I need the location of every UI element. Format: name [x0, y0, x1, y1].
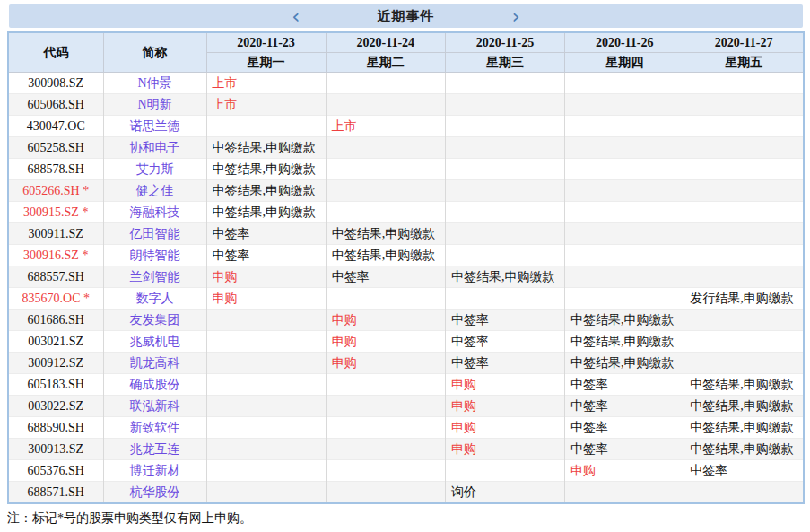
table-row: 300911.SZ亿田智能中签率中签结果,申购缴款	[8, 223, 804, 245]
stock-name-link[interactable]: N仲景	[103, 73, 206, 94]
event-cell	[445, 223, 564, 245]
event-cell: 中签率	[445, 353, 564, 374]
stock-name-link[interactable]: 联泓新科	[103, 396, 206, 417]
event-cell	[206, 116, 326, 137]
stock-name-link[interactable]: 海融科技	[103, 202, 206, 223]
event-cell	[326, 417, 445, 439]
event-cell	[684, 180, 804, 202]
event-cell: 申购	[445, 396, 564, 417]
event-cell	[684, 331, 804, 353]
table-row: 003022.SZ联泓新科申购中签率中签结果,申购缴款	[8, 396, 804, 417]
stock-code: 835670.OC *	[8, 288, 103, 310]
column-header-weekday: 星期四	[565, 53, 684, 73]
event-cell	[684, 137, 804, 159]
stock-name-link[interactable]: 兆威机电	[103, 331, 206, 353]
event-cell	[445, 94, 564, 116]
stock-code: 605266.SH *	[8, 180, 103, 202]
event-cell	[684, 266, 804, 288]
stock-name-link[interactable]: 博迁新材	[103, 460, 206, 482]
stock-code: 300916.SZ *	[8, 245, 103, 266]
stock-code: 003021.SZ	[8, 331, 103, 353]
table-row: 300916.SZ *朗特智能中签率中签结果,申购缴款	[8, 245, 804, 266]
stock-code: 300911.SZ	[8, 223, 103, 245]
event-cell: 中签率	[445, 331, 564, 353]
stock-name-link[interactable]: 亿田智能	[103, 223, 206, 245]
stock-code: 003022.SZ	[8, 396, 103, 417]
event-cell	[684, 482, 804, 504]
event-cell	[565, 180, 684, 202]
event-cell	[684, 159, 804, 180]
stock-name-link[interactable]: 凯龙高科	[103, 353, 206, 374]
stock-name-link[interactable]: 确成股份	[103, 374, 206, 396]
stock-name-link[interactable]: 新致软件	[103, 417, 206, 439]
event-cell: 中签结果,申购缴款	[565, 310, 684, 331]
event-cell: 上市	[206, 73, 326, 94]
stock-code: 605068.SH	[8, 94, 103, 116]
column-header-date: 2020-11-27	[684, 32, 804, 53]
event-cell: 中签率	[565, 396, 684, 417]
event-cell	[206, 396, 326, 417]
calendar-title: 近期事件	[378, 8, 435, 25]
table-row: 605068.SHN明新上市	[8, 94, 804, 116]
event-cell	[565, 94, 684, 116]
stock-name-link[interactable]: 兆龙互连	[103, 439, 206, 460]
event-cell	[565, 202, 684, 223]
table-row: 300915.SZ *海融科技中签结果,申购缴款	[8, 202, 804, 223]
table-row: 605183.SH确成股份申购中签率中签结果,申购缴款	[8, 374, 804, 396]
event-cell: 中签结果,申购缴款	[684, 374, 804, 396]
table-row: 003021.SZ兆威机电申购中签率中签结果,申购缴款	[8, 331, 804, 353]
table-row: 835670.OC *数字人申购发行结果,申购缴款	[8, 288, 804, 310]
event-cell	[206, 353, 326, 374]
stock-name-link[interactable]: 健之佳	[103, 180, 206, 202]
event-cell: 中签率	[684, 460, 804, 482]
event-cell	[326, 180, 445, 202]
event-cell: 上市	[206, 94, 326, 116]
column-header-date: 2020-11-24	[326, 32, 445, 53]
event-cell	[326, 374, 445, 396]
stock-name-link[interactable]: 朗特智能	[103, 245, 206, 266]
table-row: 688590.SH新致软件申购中签率中签结果,申购缴款	[8, 417, 804, 439]
event-cell: 中签结果,申购缴款	[565, 353, 684, 374]
event-cell: 中签率	[565, 439, 684, 460]
event-cell	[684, 73, 804, 94]
stock-name-link[interactable]: 诺思兰德	[103, 116, 206, 137]
event-cell	[326, 460, 445, 482]
calendar-header: ‹ 近期事件 ›	[9, 4, 803, 28]
event-cell	[445, 73, 564, 94]
chevron-right-icon: ›	[512, 4, 520, 28]
event-cell	[445, 202, 564, 223]
event-cell	[445, 137, 564, 159]
event-cell	[565, 288, 684, 310]
event-cell	[565, 137, 684, 159]
event-cell	[206, 439, 326, 460]
stock-name-link[interactable]: 友发集团	[103, 310, 206, 331]
table-row: 605258.SH协和电子中签结果,申购缴款	[8, 137, 804, 159]
stock-code: 605183.SH	[8, 374, 103, 396]
event-cell	[326, 288, 445, 310]
event-cell: 中签结果,申购缴款	[445, 266, 564, 288]
stock-name-link[interactable]: 杭华股份	[103, 482, 206, 504]
stock-name-link[interactable]: 数字人	[103, 288, 206, 310]
column-header-weekday: 星期五	[684, 53, 804, 73]
event-cell	[565, 482, 684, 504]
next-week-button[interactable]: ›	[509, 7, 524, 25]
prev-week-button[interactable]: ‹	[288, 7, 303, 25]
event-cell	[206, 460, 326, 482]
event-cell: 申购	[565, 460, 684, 482]
event-cell	[565, 116, 684, 137]
event-cell: 申购	[326, 331, 445, 353]
stock-name-link[interactable]: 艾力斯	[103, 159, 206, 180]
stock-code: 605376.SH	[8, 460, 103, 482]
event-cell: 上市	[326, 116, 445, 137]
stock-name-link[interactable]: 兰剑智能	[103, 266, 206, 288]
event-cell: 中签结果,申购缴款	[684, 439, 804, 460]
stock-name-link[interactable]: N明新	[103, 94, 206, 116]
event-cell	[445, 245, 564, 266]
stock-name-link[interactable]: 协和电子	[103, 137, 206, 159]
event-cell	[206, 310, 326, 331]
event-cell: 中签结果,申购缴款	[565, 331, 684, 353]
stock-code: 601686.SH	[8, 310, 103, 331]
column-header-code: 代码	[8, 32, 103, 73]
stock-code: 300908.SZ	[8, 73, 103, 94]
table-row: 688578.SH艾力斯中签结果,申购缴款	[8, 159, 804, 180]
